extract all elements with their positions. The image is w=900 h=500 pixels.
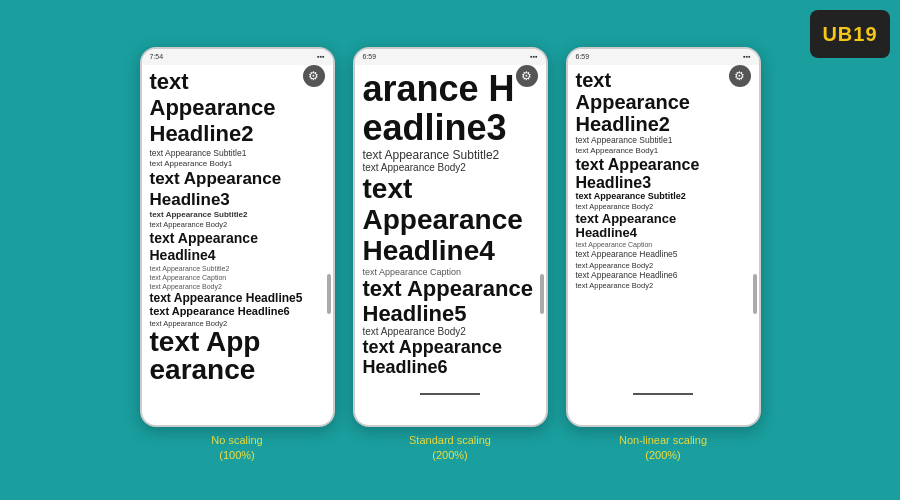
subtitle2-2: text Appearance Subtitle2 xyxy=(363,148,538,162)
caption-no-scaling: No scaling (100%) xyxy=(211,433,262,464)
body1-3: text Appearance Body1 xyxy=(576,146,751,156)
headline4-1: text AppearanceHeadline4 xyxy=(150,230,325,264)
caption-nonlinear-scaling: Non-linear scaling (200%) xyxy=(619,433,707,464)
headline5-2: text AppearanceHeadline5 xyxy=(363,277,538,325)
body2-1: text Appearance Body2 xyxy=(150,220,325,230)
body2b-2: text Appearance Body2 xyxy=(363,326,538,338)
phone-content-2: arance Headline3 text Appearance Subtitl… xyxy=(355,65,546,425)
arance-headline3-2: arance Headline3 xyxy=(363,69,538,148)
phone-standard-scaling: 6:59 ▪▪▪ ⚙ arance Headline3 text Appeara… xyxy=(353,47,548,427)
headline5-1: text Appearance Headline5 xyxy=(150,291,325,305)
body1-1: text Appearance Body1 xyxy=(150,159,325,169)
headline4-3: text AppearanceHeadline4 xyxy=(576,212,751,241)
small-texts-1: text Appearance Subtitle2 text Appearanc… xyxy=(150,264,325,291)
phone-content-3: text AppearanceHeadline2 text Appearance… xyxy=(568,65,759,425)
gear-icon-3[interactable]: ⚙ xyxy=(729,65,751,87)
status-bar-2: 6:59 ▪▪▪ xyxy=(355,49,546,65)
logo-text: UB19 xyxy=(822,23,877,46)
phone-content-1: text AppearanceHeadline2 text Appearance… xyxy=(142,65,333,425)
body2c-3: text Appearance Body2 xyxy=(576,281,751,291)
subtitle1-1: text Appearance Subtitle1 xyxy=(150,148,325,159)
status-bar-3: 6:59 ▪▪▪ xyxy=(568,49,759,65)
subtitle1-3: text Appearance Subtitle1 xyxy=(576,135,751,146)
phone-wrapper-no-scaling: 7:54 ▪▪▪ ⚙ text AppearanceHeadline2 text… xyxy=(140,47,335,464)
headline6-2: text AppearanceHeadline6 xyxy=(363,338,538,378)
headline6-3: text Appearance Headline6 xyxy=(576,270,751,281)
appearance-headline2-3: AppearanceHeadline2 xyxy=(576,91,751,135)
subtitle2-1: text Appearance Subtitle2 xyxy=(150,210,325,220)
phone-no-scaling: 7:54 ▪▪▪ ⚙ text AppearanceHeadline2 text… xyxy=(140,47,335,427)
phone-nonlinear-scaling: 6:59 ▪▪▪ ⚙ text AppearanceHeadline2 text… xyxy=(566,47,761,427)
phone-wrapper-standard-scaling: 6:59 ▪▪▪ ⚙ arance Headline3 text Appeara… xyxy=(353,47,548,464)
gear-icon-2[interactable]: ⚙ xyxy=(516,65,538,87)
headline3-1: text AppearanceHeadline3 xyxy=(150,169,325,210)
caption-3: text Appearance Caption xyxy=(576,240,751,249)
body2b-3: text Appearance Body2 xyxy=(576,261,751,271)
scrollbar-2[interactable] xyxy=(540,274,544,314)
headline3-3: text AppearanceHeadline3 xyxy=(576,156,751,191)
phones-container: 7:54 ▪▪▪ ⚙ text AppearanceHeadline2 text… xyxy=(140,47,761,464)
appearance-headline2-1: AppearanceHeadline2 xyxy=(150,95,325,148)
subtitle2-3: text Appearance Subtitle2 xyxy=(576,191,751,202)
text-label-1: text xyxy=(150,69,325,95)
headline5-3: text Appearance Headline5 xyxy=(576,249,751,260)
text-label-3: text xyxy=(576,69,751,91)
status-bar-1: 7:54 ▪▪▪ xyxy=(142,49,333,65)
gear-icon-1[interactable]: ⚙ xyxy=(303,65,325,87)
scrollbar-3[interactable] xyxy=(753,274,757,314)
headline6-1: text Appearance Headline6 xyxy=(150,305,325,318)
scrollbar-1[interactable] xyxy=(327,274,331,314)
logo: UB19 xyxy=(810,10,890,58)
phone-wrapper-nonlinear-scaling: 6:59 ▪▪▪ ⚙ text AppearanceHeadline2 text… xyxy=(566,47,761,464)
caption-standard-scaling: Standard scaling (200%) xyxy=(409,433,491,464)
headline4-2: textAppearanceHeadline4 xyxy=(363,174,538,266)
